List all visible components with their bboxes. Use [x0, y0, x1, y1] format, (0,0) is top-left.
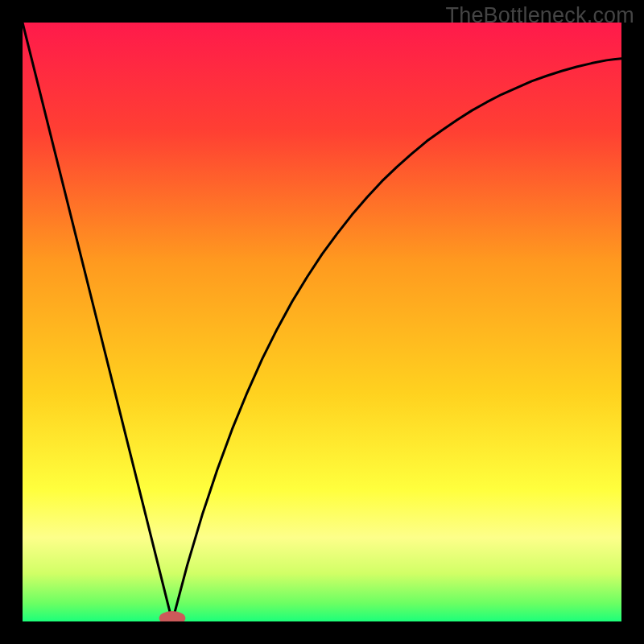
gradient-background: [23, 23, 621, 621]
chart-frame: TheBottleneck.com: [0, 0, 644, 644]
chart-svg: [23, 23, 621, 621]
plot-area: [23, 23, 621, 621]
